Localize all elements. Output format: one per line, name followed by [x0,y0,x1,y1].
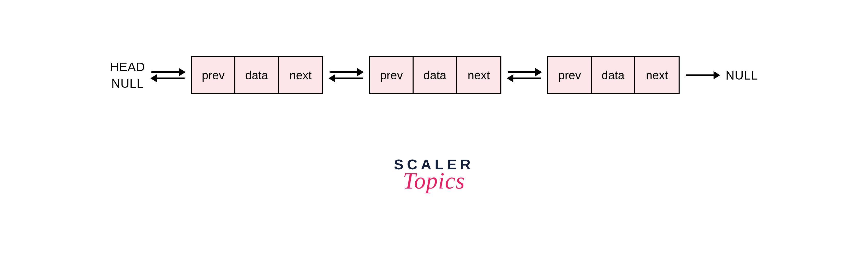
node-3-prev: prev [548,57,592,93]
node-1: prev data next [191,56,323,94]
node-3-data: data [592,57,635,93]
doubly-linked-list-diagram: HEAD NULL prev data next prev data next … [0,56,868,94]
arrow-right-icon [151,71,185,73]
node-2-next: next [457,57,500,93]
arrow-left-icon [508,78,541,79]
null-left-label: NULL [111,77,144,90]
arrow-node1-to-node2 [323,71,369,79]
logo-topics-text: Topics [394,167,474,194]
node-2-prev: prev [370,57,413,93]
node-1-data: data [236,57,279,93]
node-2: prev data next [369,56,501,94]
arrow-node3-to-null [680,74,725,76]
arrow-node2-to-node3 [501,71,547,79]
head-label: HEAD [110,60,145,74]
node-2-data: data [413,57,457,93]
arrow-left-icon [330,78,363,79]
head-null-labels: HEAD NULL [110,60,145,90]
node-3: prev data next [547,56,680,94]
node-3-next: next [635,57,679,93]
arrow-right-icon [686,74,719,76]
arrow-left-icon [151,78,185,79]
arrow-right-icon [330,71,363,73]
null-right-label: NULL [725,68,758,82]
node-1-prev: prev [192,57,236,93]
arrow-right-icon [508,71,541,73]
scaler-topics-logo: SCALER Topics [394,156,474,194]
diagram-row: HEAD NULL prev data next prev data next … [110,56,758,94]
node-1-next: next [279,57,322,93]
arrow-head-to-node1 [145,71,191,79]
